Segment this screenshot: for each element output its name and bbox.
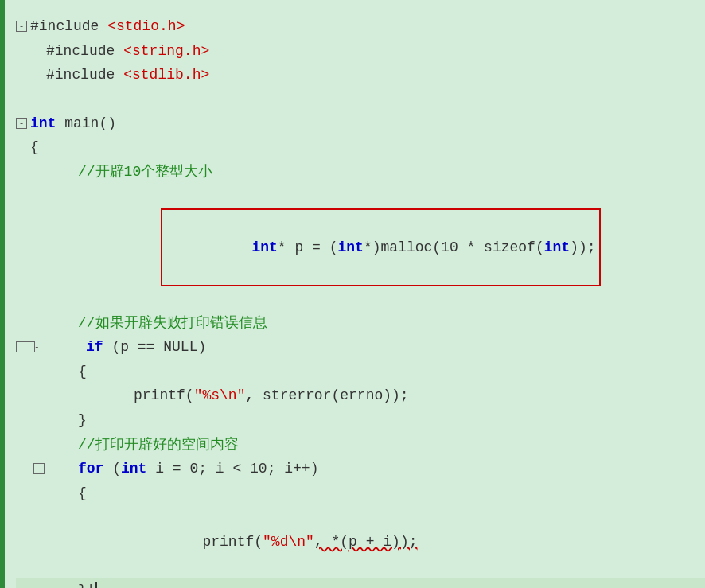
fold-icon-15[interactable]: - xyxy=(33,463,45,474)
code-line-2: #include <string.h> xyxy=(16,39,705,64)
line-15-text: for (int i = 0; i < 10; i++) xyxy=(48,457,318,481)
code-line-15: - for (int i = 0; i < 10; i++) xyxy=(16,457,705,481)
code-line-6: { xyxy=(16,135,705,160)
code-line-9: //如果开辟失败打印错误信息 xyxy=(16,311,705,336)
line-2-text: #include <string.h> xyxy=(30,39,209,64)
code-line-1: - #include <stdio.h> xyxy=(16,14,705,39)
line-10-text: if (p == NULL) xyxy=(38,335,206,360)
code-editor: - #include <stdio.h> #include <string.h>… xyxy=(0,0,705,588)
code-line-11: { xyxy=(16,360,705,384)
line-14-text: //打印开辟好的空间内容 xyxy=(30,433,239,458)
code-line-13: } xyxy=(16,408,705,433)
line-1-text: #include <stdio.h> xyxy=(30,14,185,39)
line-6-text: { xyxy=(30,135,39,160)
code-line-3: #include <stdlib.h> xyxy=(16,63,705,88)
fold-icon-5[interactable]: - xyxy=(16,118,27,129)
code-line-10: - if (p == NULL) xyxy=(16,335,705,360)
fold-icon-1[interactable]: - xyxy=(16,21,27,32)
code-line-8: int* p = (int*)malloc(10 * sizeof(int)); xyxy=(30,185,705,311)
code-line-5: - int main() xyxy=(16,111,705,136)
fold-icon-10[interactable]: - xyxy=(16,341,35,352)
line-17-text: printf("%d\n", *(p + i)); xyxy=(30,505,417,578)
code-line-14: //打印开辟好的空间内容 xyxy=(16,433,705,458)
code-line-4 xyxy=(16,88,705,111)
code-line-17: printf("%d\n", *(p + i)); xyxy=(16,505,705,578)
editor-accent-bar xyxy=(0,0,5,588)
line-8-text: int* p = (int*)malloc(10 * sizeof(int)); xyxy=(92,185,601,311)
line-18-text: }| xyxy=(30,578,97,588)
line-13-text: } xyxy=(30,408,87,433)
code-content: - #include <stdio.h> #include <string.h>… xyxy=(16,8,705,588)
line-7-text: //开辟10个整型大小 xyxy=(30,160,212,185)
code-line-16: { xyxy=(16,481,705,506)
line-9-text: //如果开辟失败打印错误信息 xyxy=(30,311,267,336)
line-16-text: { xyxy=(30,481,87,506)
code-line-12: printf("%s\n", strerror(errno)); xyxy=(16,384,705,408)
line-3-text: #include <stdlib.h> xyxy=(30,63,209,88)
line-11-text: { xyxy=(30,360,87,384)
code-line-18: }| xyxy=(16,578,705,588)
line-12-text: printf("%s\n", strerror(errno)); xyxy=(30,384,409,408)
code-line-7: //开辟10个整型大小 xyxy=(16,160,705,185)
line-5-text: int main() xyxy=(30,111,116,136)
